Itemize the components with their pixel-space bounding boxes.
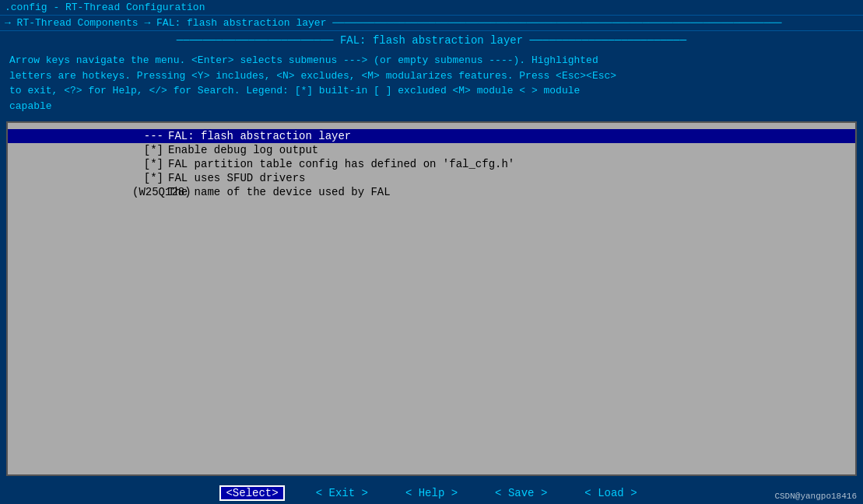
- menu-item-1[interactable]: [*]Enable debug log output: [8, 143, 855, 157]
- main-content: ---FAL: flash abstraction layer[*]Enable…: [6, 121, 857, 476]
- bottom-bar: <Select> < Exit > < Help > < Save > < Lo…: [0, 481, 863, 504]
- title-text: .config - RT-Thread Configuration: [5, 2, 205, 13]
- menu-item-text-1: Enable debug log output: [168, 144, 318, 156]
- help-line3: to exit, <?> for Help, </> for Search. L…: [9, 83, 854, 99]
- help-line1: Arrow keys navigate the menu. <Enter> se…: [9, 53, 854, 68]
- page-title-dashes-right: ────────────────────────: [523, 34, 686, 47]
- menu-item-text-0: FAL: flash abstraction layer: [168, 130, 351, 142]
- page-title-bar: ──────────────────────── FAL: flash abst…: [0, 31, 863, 50]
- menu-item-prefix-4: (W25Q128): [132, 186, 163, 198]
- help-text: Arrow keys navigate the menu. <Enter> se…: [0, 50, 863, 117]
- menu-item-text-2: FAL partition table config has defined o…: [168, 158, 514, 170]
- menu-item-4[interactable]: (W25Q128)The name of the device used by …: [8, 185, 855, 199]
- menu-item-2[interactable]: [*]FAL partition table config has define…: [8, 157, 855, 171]
- load-button[interactable]: < Load >: [578, 485, 643, 501]
- save-button[interactable]: < Save >: [489, 485, 553, 501]
- page-title-dashes-left: ────────────────────────: [177, 34, 340, 47]
- help-button[interactable]: < Help >: [399, 485, 464, 501]
- breadcrumb-arrow: →: [5, 17, 17, 29]
- menu-item-prefix-1: [*]: [132, 144, 163, 156]
- page-title: FAL: flash abstraction layer: [340, 34, 523, 47]
- select-button[interactable]: <Select>: [219, 485, 284, 501]
- watermark: CSDN@yangpo18416: [774, 492, 857, 501]
- menu-item-3[interactable]: [*]FAL uses SFUD drivers: [8, 171, 855, 185]
- menu-item-prefix-3: [*]: [132, 172, 163, 184]
- menu-item-text-3: FAL uses SFUD drivers: [168, 172, 305, 184]
- menu-item-text-4: The name of the device used by FAL: [168, 186, 391, 198]
- help-line2: letters are hotkeys. Pressing <Y> includ…: [9, 68, 854, 84]
- breadcrumb-text: RT-Thread Components → FAL: flash abstra…: [17, 17, 782, 29]
- help-line4: capable: [9, 99, 854, 114]
- menu-item-0[interactable]: ---FAL: flash abstraction layer: [8, 129, 855, 143]
- exit-button[interactable]: < Exit >: [310, 485, 374, 501]
- breadcrumb-bar: → RT-Thread Components → FAL: flash abst…: [0, 16, 863, 31]
- menu-item-prefix-0: ---: [132, 130, 163, 142]
- menu-item-prefix-2: [*]: [132, 158, 163, 170]
- title-bar: .config - RT-Thread Configuration: [0, 0, 863, 16]
